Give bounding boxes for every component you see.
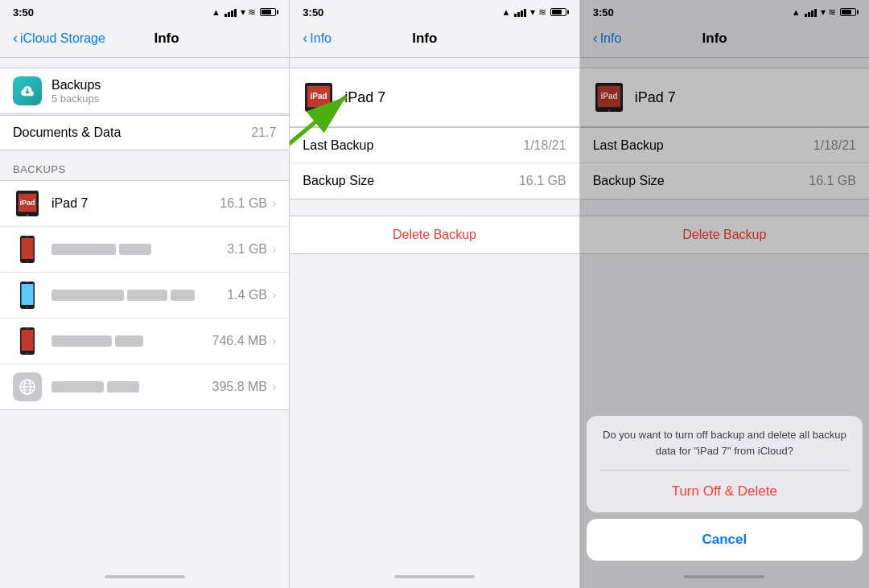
item5-text (51, 381, 212, 393)
device-name-2: iPad 7 (344, 89, 385, 106)
item4-text (51, 335, 212, 347)
item3-chevron: › (272, 288, 276, 302)
back-label-2: Info (310, 31, 332, 46)
cancel-button[interactable]: Cancel (587, 519, 863, 561)
svg-point-8 (27, 261, 28, 262)
item2-size: 3.1 GB (227, 242, 267, 257)
turn-off-delete-label: Turn Off & Delete (672, 483, 777, 500)
svg-rect-6 (22, 238, 34, 259)
back-label-1: iCloud Storage (20, 31, 105, 46)
delete-backup-text-2: Delete Backup (393, 228, 476, 242)
status-bar-1: 3:50 ▲ ▾ ≋ (0, 0, 289, 23)
backup-size-label-2: Backup Size (303, 174, 519, 188)
svg-rect-14 (22, 330, 34, 351)
svg-rect-10 (22, 284, 34, 305)
ipad7-name: iPad 7 (51, 196, 220, 211)
svg-rect-15 (26, 328, 29, 329)
backup-app-icon (13, 76, 42, 105)
status-bar-2: 3:50 ▲ ▾ ≋ (290, 0, 579, 23)
svg-point-16 (27, 352, 28, 354)
battery-icon-2 (550, 8, 566, 16)
docs-data-row: Documents & Data 21.7 (0, 115, 289, 150)
item4-size: 746.4 MB (212, 334, 267, 348)
backup-item-2[interactable]: 3.1 GB › (0, 227, 289, 273)
backups-section-header: BACKUPS (0, 150, 289, 180)
svg-point-2 (27, 214, 29, 216)
item2-text (51, 244, 227, 255)
delete-backup-btn-2[interactable]: Delete Backup (290, 216, 579, 254)
nav-bar-2: ‹ Info Info (290, 23, 579, 58)
backup-item-4[interactable]: 746.4 MB › (0, 319, 289, 364)
nav-bar-1: ‹ iCloud Storage Info (0, 23, 289, 58)
item2-chevron: › (272, 242, 276, 257)
back-button-2[interactable]: ‹ Info (303, 31, 332, 46)
chevron-left-icon-2: ‹ (303, 31, 307, 45)
ipad7-text: iPad 7 (51, 196, 220, 211)
device-header-2: iPad iPad 7 (290, 68, 579, 127)
signal-icon (224, 8, 237, 17)
action-sheet-message-text: Do you want to turn off backup and delet… (599, 427, 850, 470)
icloud-icon (13, 76, 42, 105)
globe-icon (13, 372, 42, 401)
chevron-left-icon: ‹ (13, 31, 18, 45)
ipad7-chevron: › (272, 196, 276, 211)
last-backup-value-2: 1/18/21 (523, 138, 566, 153)
back-button-1[interactable]: ‹ iCloud Storage (13, 31, 105, 46)
battery-icon (260, 8, 276, 16)
ipad7-icon: iPad (13, 189, 42, 218)
content-2: iPad iPad 7 Last Backup 1/18/21 Backup S… (290, 58, 579, 565)
home-bar-1 (105, 575, 185, 578)
signal-icon-2 (514, 8, 526, 17)
screen-2: 3:50 ▲ ▾ ≋ ‹ Info Info (290, 0, 579, 588)
cancel-label: Cancel (702, 532, 747, 548)
globe5-icon (13, 372, 42, 401)
backup-app-group: Backups 5 backups (0, 68, 289, 114)
item5-chevron: › (272, 380, 276, 394)
last-backup-row-2: Last Backup 1/18/21 (290, 128, 579, 163)
backup-item-5[interactable]: 395.8 MB › (0, 364, 289, 409)
backup-size-value-2: 16.1 GB (519, 174, 566, 188)
wifi-icon: ▾ ≋ (241, 6, 256, 18)
action-sheet-overlay: Do you want to turn off backup and delet… (580, 0, 869, 588)
status-icons-2: ▲ ▾ ≋ (501, 6, 566, 18)
svg-point-24 (318, 109, 320, 112)
docs-label: Documents & Data (13, 125, 251, 140)
action-sheet-container: Do you want to turn off backup and delet… (587, 416, 863, 512)
content-1: Backups 5 backups Documents & Data 21.7 … (0, 58, 289, 565)
status-icons-1: ▲ ▾ ≋ (212, 6, 276, 18)
device-icon-2: iPad (303, 81, 335, 113)
backup-app-text: Backups 5 backups (51, 78, 276, 105)
backup-item-ipad7[interactable]: iPad iPad 7 16.1 GB › (0, 181, 289, 227)
status-time-1: 3:50 (13, 6, 34, 19)
nav-title-1: Info (105, 31, 228, 47)
home-bar-2 (394, 575, 475, 578)
item3-size: 1.4 GB (227, 288, 267, 302)
svg-rect-11 (26, 282, 29, 283)
svg-point-12 (27, 306, 28, 308)
action-sheet-message-area: Do you want to turn off backup and delet… (587, 416, 863, 471)
info-group-2: Last Backup 1/18/21 Backup Size 16.1 GB (290, 127, 579, 199)
docs-value: 21.7 (251, 125, 276, 140)
turn-off-delete-button[interactable]: Turn Off & Delete (587, 471, 863, 512)
iphone4-icon (13, 327, 42, 356)
screen-1: 3:50 ▲ ▾ ≋ ‹ iCloud Storage (0, 0, 290, 588)
location-icon-2: ▲ (501, 7, 510, 17)
backups-list: iPad iPad 7 16.1 GB › (0, 180, 289, 410)
backup-app-item[interactable]: Backups 5 backups (0, 68, 289, 113)
svg-text:iPad: iPad (311, 92, 327, 101)
home-indicator-1 (0, 565, 289, 588)
svg-text:iPad: iPad (19, 199, 35, 207)
backup-app-subtitle: 5 backups (51, 93, 276, 105)
item4-chevron: › (272, 334, 276, 348)
item3-text (51, 290, 227, 301)
iphone3-icon (13, 281, 42, 310)
iphone2-icon (13, 235, 42, 264)
status-time-2: 3:50 (303, 6, 323, 19)
backup-item-3[interactable]: 1.4 GB › (0, 273, 289, 319)
svg-rect-7 (26, 236, 29, 237)
screen-3: 3:50 ▲ ▾ ≋ ‹ Info Info (580, 0, 869, 588)
last-backup-label-2: Last Backup (303, 138, 523, 153)
nav-title-2: Info (332, 31, 518, 47)
backup-app-title: Backups (51, 78, 276, 93)
wifi-icon-2: ▾ ≋ (530, 6, 546, 18)
